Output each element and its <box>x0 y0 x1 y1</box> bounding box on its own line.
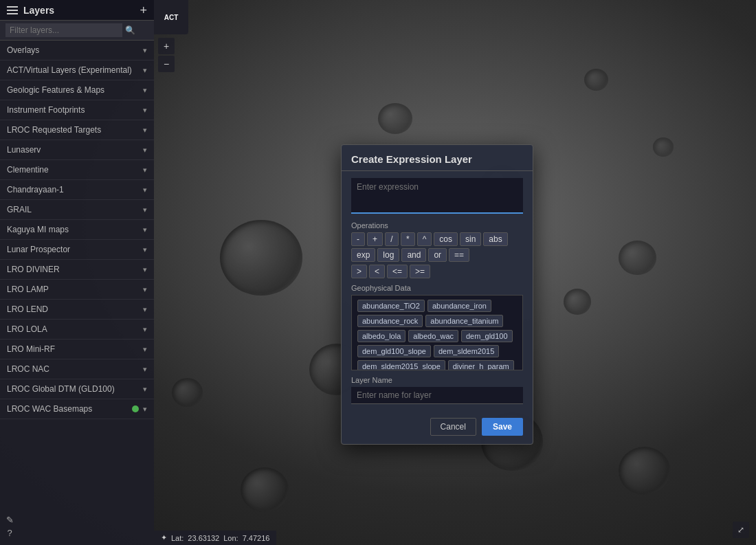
op-button-[interactable]: >= <box>410 265 430 278</box>
operations-row-2: ><<=>= <box>351 265 523 278</box>
layer-label-instrument: Instrument Footprints <box>7 105 85 115</box>
sidebar-title: Layers <box>23 5 54 16</box>
layer-label-lroc-nac: LROC NAC <box>7 364 49 374</box>
modal-body: Operations -+/*^cossinabsexplogandor== >… <box>342 171 533 411</box>
sidebar: Layers + 🔍 Overlays▾ACT/Virtual Layers (… <box>0 0 154 545</box>
sidebar-header: Layers + <box>0 0 154 21</box>
op-button-[interactable]: ^ <box>417 232 432 246</box>
bottom-right-icons: ⤢ <box>733 522 749 538</box>
layer-label-act-virtual: ACT/Virtual Layers (Experimental) <box>7 65 132 75</box>
menu-icon[interactable] <box>7 6 18 14</box>
op-button-[interactable]: > <box>351 265 367 278</box>
layer-label-lroc-gld100: LROC Global DTM (GLD100) <box>7 384 115 394</box>
op-button-[interactable]: * <box>401 232 415 246</box>
layer-item-lro-diviner[interactable]: LRO DIVINER▾ <box>0 260 154 280</box>
geo-tag-diviner_h_param[interactable]: diviner_h_param <box>448 360 514 370</box>
lat-value: 23.63132 <box>188 534 219 542</box>
modal-title: Create Expression Layer <box>351 153 472 165</box>
op-button-sin[interactable]: sin <box>460 232 481 246</box>
layer-item-lro-lend[interactable]: LRO LEND▾ <box>0 300 154 320</box>
layer-item-lroc-targets[interactable]: LROC Requested Targets▾ <box>0 120 154 140</box>
geo-tag-abundance_rock[interactable]: abundance_rock <box>357 315 423 327</box>
layer-item-lroc-wac[interactable]: LROC WAC Basemaps▾ <box>0 399 154 419</box>
geo-tag-dem_gld100[interactable]: dem_gld100 <box>461 330 513 342</box>
layers-list[interactable]: Overlays▾ACT/Virtual Layers (Experimenta… <box>0 41 154 545</box>
layer-item-act-virtual[interactable]: ACT/Virtual Layers (Experimental)▾ <box>0 60 154 80</box>
layer-label-overlays: Overlays <box>7 45 39 55</box>
op-button-[interactable]: < <box>369 265 385 278</box>
coords-bar: ✦ Lat: 23.63132 Lon: 7.47216 <box>154 531 276 545</box>
cancel-button[interactable]: Cancel <box>430 418 476 436</box>
op-button-abs[interactable]: abs <box>483 232 507 246</box>
chevron-down-icon: ▾ <box>143 186 147 194</box>
layer-item-lroc-nac[interactable]: LROC NAC▾ <box>0 359 154 379</box>
chevron-down-icon: ▾ <box>143 265 147 274</box>
geo-tag-albedo_lola[interactable]: albedo_lola <box>357 330 405 342</box>
geo-tags: abundance_TiO2abundance_ironabundance_ro… <box>357 300 517 370</box>
op-button-or[interactable]: or <box>428 248 447 262</box>
chevron-down-icon: ▾ <box>143 146 147 155</box>
geo-tag-dem_gld100_slope[interactable]: dem_gld100_slope <box>357 345 431 357</box>
map-controls: + − <box>158 38 175 72</box>
geo-tag-abundance_iron[interactable]: abundance_iron <box>427 300 491 312</box>
layer-name-label: Layer Name <box>351 376 523 384</box>
zoom-out-button[interactable]: − <box>158 56 175 72</box>
layer-item-lunaserv[interactable]: Lunaserv▾ <box>0 140 154 160</box>
expand-icon[interactable]: ⤢ <box>733 522 749 538</box>
layer-item-grail[interactable]: GRAIL▾ <box>0 200 154 220</box>
op-button-[interactable]: - <box>351 232 365 246</box>
op-button-[interactable]: + <box>367 232 383 246</box>
chevron-down-icon: ▾ <box>143 245 147 254</box>
geophysical-data-box[interactable]: abundance_TiO2abundance_ironabundance_ro… <box>351 295 523 370</box>
layer-item-lunar-prospector[interactable]: Lunar Prospector▾ <box>0 240 154 260</box>
layer-label-clementine: Clementine <box>7 165 49 175</box>
layer-item-kaguya[interactable]: Kaguya MI maps▾ <box>0 220 154 240</box>
layer-item-overlays[interactable]: Overlays▾ <box>0 41 154 60</box>
layer-label-grail: GRAIL <box>7 205 32 214</box>
layer-item-lroc-gld100[interactable]: LROC Global DTM (GLD100)▾ <box>0 379 154 399</box>
chevron-down-icon: ▾ <box>143 285 147 294</box>
layer-item-lro-lamp[interactable]: LRO LAMP▾ <box>0 280 154 300</box>
layer-name-input[interactable] <box>351 387 523 404</box>
op-button-[interactable]: <= <box>387 265 408 278</box>
geo-tag-abundance_TiO2[interactable]: abundance_TiO2 <box>357 300 425 312</box>
draw-icon[interactable]: ✎ <box>4 515 15 525</box>
search-input[interactable] <box>5 23 122 37</box>
op-button-cos[interactable]: cos <box>434 232 458 246</box>
bottom-left-icons: ✎ ? <box>4 515 15 538</box>
chevron-down-icon: ▾ <box>143 46 147 55</box>
zoom-in-button[interactable]: + <box>158 38 175 54</box>
layer-item-lro-lola[interactable]: LRO LOLA▾ <box>0 320 154 340</box>
modal-header: Create Expression Layer <box>342 145 533 171</box>
operations-row-1: -+/*^cossinabsexplogandor== <box>351 232 523 262</box>
help-icon[interactable]: ? <box>4 528 15 538</box>
op-button-exp[interactable]: exp <box>351 248 375 262</box>
geo-tag-abundance_titanium[interactable]: abundance_titanium <box>425 315 503 327</box>
layer-item-chandrayaan[interactable]: Chandrayaan-1▾ <box>0 180 154 200</box>
geo-tag-dem_sldem2015_slope[interactable]: dem_sldem2015_slope <box>357 360 445 370</box>
geo-tag-albedo_wac[interactable]: albedo_wac <box>408 330 458 342</box>
chevron-down-icon: ▾ <box>143 166 147 175</box>
layer-item-lro-mini-rf[interactable]: LRO Mini-RF▾ <box>0 340 154 359</box>
create-expression-modal[interactable]: Create Expression Layer Operations -+/*^… <box>341 144 533 445</box>
lat-label: Lat: <box>171 534 184 542</box>
layer-item-instrument[interactable]: Instrument Footprints▾ <box>0 100 154 120</box>
layer-label-lro-diviner: LRO DIVINER <box>7 265 60 274</box>
layer-label-lroc-wac: LROC WAC Basemaps <box>7 404 92 414</box>
active-dot-icon <box>132 405 139 412</box>
chevron-down-icon: ▾ <box>143 385 147 394</box>
save-button[interactable]: Save <box>482 418 523 436</box>
op-button-log[interactable]: log <box>377 248 399 262</box>
layer-item-clementine[interactable]: Clementine▾ <box>0 160 154 180</box>
logo: ACT <box>154 0 188 34</box>
search-icon[interactable]: 🔍 <box>125 25 135 35</box>
op-button-and[interactable]: and <box>401 248 426 262</box>
search-bar: 🔍 <box>0 21 154 41</box>
op-button-[interactable]: / <box>385 232 399 246</box>
expression-textarea[interactable] <box>351 178 523 214</box>
op-button-[interactable]: == <box>449 248 469 262</box>
layer-item-geologic[interactable]: Geologic Features & Maps▾ <box>0 80 154 100</box>
geo-tag-dem_sldem2015[interactable]: dem_sldem2015 <box>434 345 499 357</box>
add-layer-button[interactable]: + <box>140 4 147 16</box>
chevron-down-icon: ▾ <box>143 365 147 374</box>
